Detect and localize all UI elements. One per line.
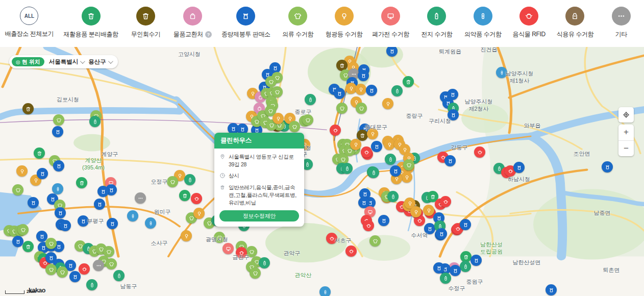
map-marker-bag[interactable] xyxy=(107,218,118,229)
toolbar-item-kiosk[interactable]: 무인회수기 xyxy=(128,7,164,39)
map-marker-bag[interactable] xyxy=(436,228,447,239)
map-marker-bag[interactable] xyxy=(334,88,345,99)
map-marker-fl[interactable] xyxy=(367,128,378,139)
toolbar-item-oil[interactable]: 식용유 수거함 xyxy=(557,7,594,39)
map-marker-rf[interactable] xyxy=(474,146,485,158)
map-marker-bat[interactable] xyxy=(385,154,396,165)
map-marker-med[interactable] xyxy=(127,210,138,221)
map-marker-bag[interactable] xyxy=(97,186,109,197)
map-marker-bat[interactable] xyxy=(86,279,97,290)
map-marker-fl[interactable] xyxy=(193,208,205,219)
map-marker-bag[interactable] xyxy=(60,220,71,231)
map-marker-med[interactable] xyxy=(145,217,156,229)
map-marker-med[interactable] xyxy=(319,286,331,296)
map-marker-re[interactable] xyxy=(179,190,190,201)
map-marker-fl[interactable] xyxy=(350,139,361,150)
map-marker-bag[interactable] xyxy=(450,265,461,276)
map-marker-bag[interactable] xyxy=(12,236,23,247)
toolbar-item-exchange[interactable]: 물품교환처? xyxy=(174,7,212,39)
map-marker-cl[interactable] xyxy=(167,176,178,187)
map-marker-re[interactable] xyxy=(34,147,45,159)
map-marker-cl[interactable] xyxy=(302,114,313,126)
zoom-in-button[interactable]: + xyxy=(618,125,634,140)
map-marker-bag[interactable] xyxy=(94,199,105,210)
map-marker-bat[interactable] xyxy=(387,191,399,202)
map-marker-cl[interactable] xyxy=(53,114,64,126)
map-marker-cl[interactable] xyxy=(356,103,367,114)
current-location-button[interactable] xyxy=(618,107,634,122)
map-marker-fl[interactable] xyxy=(16,165,28,177)
map-marker-rf[interactable] xyxy=(79,263,90,275)
map-marker-rf[interactable] xyxy=(326,233,337,244)
toolbar-item-clothes[interactable]: 의류 수거함 xyxy=(280,7,316,39)
map-marker-bag[interactable] xyxy=(386,45,398,57)
map-marker-cl[interactable] xyxy=(403,159,414,170)
map-marker-cl[interactable] xyxy=(57,266,68,278)
map-marker-cl[interactable] xyxy=(265,76,277,87)
map-marker-rf[interactable] xyxy=(236,247,247,258)
map-marker-bat[interactable] xyxy=(391,85,403,96)
toolbar-item-appliance[interactable]: 폐가전 수거함 xyxy=(372,7,409,39)
map-marker-rf[interactable] xyxy=(191,193,202,204)
map-marker-fl[interactable] xyxy=(382,98,393,109)
map-marker-bag[interactable] xyxy=(366,85,377,96)
map-marker-etc[interactable] xyxy=(135,192,146,204)
toolbar-item-battery[interactable]: 전지 수거함 xyxy=(419,7,455,39)
map-marker-bag[interactable] xyxy=(69,271,81,282)
map-marker-cl[interactable] xyxy=(289,121,300,132)
map-marker-bag[interactable] xyxy=(371,141,382,152)
toolbar-item-lamp[interactable]: 형광등 수거함 xyxy=(326,7,363,39)
map-marker-bat[interactable] xyxy=(305,94,316,105)
map-marker-cl[interactable] xyxy=(369,235,381,246)
map-marker-bat[interactable] xyxy=(259,257,270,268)
map-marker-cl[interactable] xyxy=(246,246,257,257)
map-marker-bag[interactable] xyxy=(378,215,389,226)
map-marker-mu[interactable] xyxy=(22,103,34,114)
map-marker-bag[interactable] xyxy=(37,168,48,179)
map-marker-fl[interactable] xyxy=(181,230,192,241)
map-marker-bat[interactable] xyxy=(184,174,195,185)
map-marker-etc[interactable] xyxy=(93,260,104,271)
current-location-badge[interactable]: ◎ 현 위치 xyxy=(12,57,44,66)
toolbar-item-trashbag[interactable]: 종량제봉투 판매소 xyxy=(221,7,270,39)
map-marker-bag[interactable] xyxy=(602,161,613,172)
map-marker-rf[interactable] xyxy=(345,245,357,257)
map-marker-bag[interactable] xyxy=(52,126,63,137)
zoom-out-button[interactable]: − xyxy=(618,141,634,157)
map-marker-bag[interactable] xyxy=(546,284,557,295)
map-marker-fl[interactable] xyxy=(401,171,412,183)
map-marker-bag[interactable] xyxy=(55,207,66,218)
map-marker-cl[interactable] xyxy=(45,238,57,249)
map-marker-bag[interactable] xyxy=(513,162,525,173)
map-marker-bag[interactable] xyxy=(78,215,89,227)
map-marker-cl[interactable] xyxy=(214,232,225,243)
city-select[interactable]: 서울특별시 xyxy=(49,58,84,66)
map-marker-bat[interactable] xyxy=(440,273,451,284)
map-marker-cl[interactable] xyxy=(106,258,117,269)
map-marker-re[interactable] xyxy=(76,177,87,188)
map-marker-re[interactable] xyxy=(22,241,34,252)
district-select[interactable]: 용산구 xyxy=(88,58,112,66)
map-marker-bag[interactable] xyxy=(448,109,459,120)
help-icon[interactable]: ? xyxy=(205,31,212,38)
map-marker-fl[interactable] xyxy=(273,113,284,124)
map-marker-cl[interactable] xyxy=(336,103,348,114)
map-marker-fl[interactable] xyxy=(355,84,366,95)
map-marker-bat[interactable] xyxy=(113,270,125,281)
suggest-edit-button[interactable]: 정보수정제안 xyxy=(219,210,299,221)
map-marker-rf[interactable] xyxy=(361,146,372,158)
map-marker-bag[interactable] xyxy=(444,155,456,166)
map-marker-ap[interactable] xyxy=(222,243,234,254)
map-marker-cl[interactable] xyxy=(45,264,57,275)
toolbar-item-foodrfid[interactable]: 음식물 RFID xyxy=(511,7,547,39)
map-marker-bat[interactable] xyxy=(460,261,471,272)
toolbar-item-etc[interactable]: 기타 xyxy=(603,7,639,39)
map-marker-med[interactable] xyxy=(496,67,507,78)
map-marker-rf[interactable] xyxy=(363,220,374,231)
map-marker-bag[interactable] xyxy=(53,160,64,171)
map-marker-bag[interactable] xyxy=(424,223,435,234)
map-marker-rf[interactable] xyxy=(330,125,341,136)
map-background[interactable] xyxy=(0,47,644,296)
map-marker-bag[interactable] xyxy=(460,219,471,230)
map-marker-med[interactable] xyxy=(52,183,63,194)
